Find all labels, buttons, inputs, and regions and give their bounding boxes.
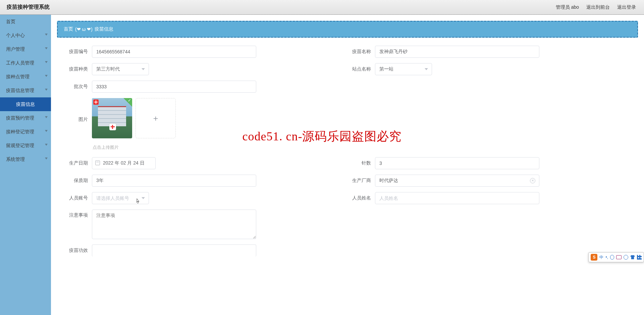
label-shelf-life: 保质期 — [64, 178, 88, 184]
sidebar-item-label: 疫苗信息管理 — [6, 88, 34, 93]
ime-punct-indicator[interactable]: •, — [605, 255, 608, 260]
calendar-icon — [95, 161, 100, 165]
manufacturer-input[interactable] — [375, 175, 539, 187]
vaccine-form: 疫苗编号 疫苗名称 疫苗种类 站点名称 — [64, 46, 631, 257]
face-icon[interactable] — [624, 255, 628, 260]
app-title: 疫苗接种管理系统 — [0, 4, 50, 11]
label-vaccine-id: 疫苗编号 — [64, 49, 88, 55]
sidebar-item-sites[interactable]: 接种点管理 — [0, 70, 51, 84]
breadcrumb-face: (❤ ω ❤) — [75, 27, 93, 32]
sidebar-item-vaccine-info[interactable]: 疫苗信息管理 — [0, 84, 51, 97]
breadcrumb-current: 疫苗信息 — [95, 26, 113, 32]
chevron-down-icon — [45, 47, 48, 49]
label-vaccine-type: 疫苗种类 — [64, 66, 88, 72]
site-name-select[interactable] — [375, 63, 432, 75]
sidebar-item-label: 接种登记管理 — [6, 129, 34, 134]
sidebar-item-home[interactable]: 首页 — [0, 15, 51, 29]
to-front-link[interactable]: 退出到前台 — [586, 4, 610, 10]
sidebar-item-system[interactable]: 系统管理 — [0, 152, 51, 166]
chevron-down-icon — [45, 61, 48, 63]
chevron-down-icon — [45, 158, 48, 160]
toolbox-icon[interactable] — [637, 255, 642, 260]
upload-tip: 点击上传图片 — [93, 144, 176, 150]
sidebar-item-label: 用户管理 — [6, 46, 25, 52]
sidebar-item-appointments[interactable]: 疫苗预约管理 — [0, 111, 51, 125]
check-icon — [123, 98, 132, 107]
label-staff-account: 人员账号 — [64, 195, 88, 201]
label-manufacturer: 生产厂商 — [347, 178, 371, 184]
redcross-icon — [109, 124, 116, 130]
label-staff-name: 人员姓名 — [347, 195, 371, 201]
sidebar-item-label: 个人中心 — [6, 33, 25, 38]
plus-icon: ＋ — [152, 113, 160, 124]
ime-lang-indicator[interactable]: 中 — [599, 255, 603, 260]
produce-date-input[interactable] — [92, 157, 156, 169]
label-site-name: 站点名称 — [347, 66, 371, 72]
logout-link[interactable]: 退出登录 — [617, 4, 636, 10]
skin-icon[interactable] — [630, 255, 635, 259]
sidebar-item-label: 系统管理 — [6, 156, 25, 162]
vaccine-id-input[interactable] — [92, 46, 256, 58]
sogou-logo-icon: S — [591, 254, 597, 261]
mic-icon[interactable] — [610, 255, 614, 260]
ime-toolbar[interactable]: S 中 •, — [588, 252, 644, 262]
chevron-down-icon — [45, 34, 48, 36]
content: 首页 (❤ ω ❤) 疫苗信息 疫苗编号 疫苗名称 疫苗种类 — [51, 15, 644, 315]
breadcrumb: 首页 (❤ ω ❤) 疫苗信息 — [57, 21, 638, 38]
sidebar-item-staff[interactable]: 工作人员管理 — [0, 56, 51, 70]
sidebar-item-label: 首页 — [6, 19, 15, 24]
sidebar-subitem-vaccine-info[interactable]: 疫苗信息 — [0, 97, 51, 111]
label-notes: 注意事项 — [64, 212, 88, 218]
chevron-down-icon — [45, 116, 48, 118]
chevron-down-icon — [45, 144, 48, 146]
uploaded-image-thumbnail[interactable] — [92, 98, 132, 138]
chevron-down-icon — [45, 75, 48, 77]
efficacy-editor[interactable] — [92, 244, 256, 257]
admin-label[interactable]: 管理员 abo — [556, 4, 579, 10]
doses-input[interactable] — [375, 157, 539, 169]
topbar: 疫苗接种管理系统 管理员 abo 退出到前台 退出登录 — [0, 0, 644, 15]
shelf-life-input[interactable] — [92, 175, 256, 187]
sidebar-item-label: 留观登记管理 — [6, 143, 34, 148]
label-produce-date: 生产日期 — [64, 160, 88, 166]
label-image: 图片 — [64, 117, 88, 123]
sidebar-item-users[interactable]: 用户管理 — [0, 42, 51, 56]
staff-name-input[interactable] — [375, 192, 539, 204]
breadcrumb-home[interactable]: 首页 — [64, 26, 73, 32]
sidebar-item-observation[interactable]: 留观登记管理 — [0, 139, 51, 152]
sidebar-item-label: 疫苗预约管理 — [6, 115, 34, 121]
sidebar-item-vaccination-records[interactable]: 接种登记管理 — [0, 125, 51, 139]
chevron-down-icon — [45, 89, 48, 91]
vaccine-type-select[interactable] — [92, 63, 149, 75]
keyboard-icon[interactable] — [616, 255, 622, 259]
batch-input[interactable] — [92, 81, 256, 93]
sidebar: 首页 个人中心 用户管理 工作人员管理 接种点管理 疫苗信息管理 疫苗信息 疫苗… — [0, 15, 51, 315]
label-batch: 批次号 — [64, 84, 88, 90]
label-efficacy: 疫苗功效 — [64, 248, 88, 254]
sidebar-item-label: 接种点管理 — [6, 74, 30, 79]
label-doses: 针数 — [347, 160, 371, 166]
sidebar-item-label: 工作人员管理 — [6, 60, 34, 65]
chevron-down-icon — [45, 130, 48, 132]
vaccine-name-input[interactable] — [375, 46, 539, 58]
redcross-icon — [93, 99, 99, 105]
staff-account-select[interactable] — [92, 192, 149, 204]
label-vaccine-name: 疫苗名称 — [347, 49, 371, 55]
upload-image-button[interactable]: ＋ — [136, 98, 176, 138]
sidebar-item-profile[interactable]: 个人中心 — [0, 29, 51, 42]
notes-textarea[interactable] — [92, 210, 256, 239]
